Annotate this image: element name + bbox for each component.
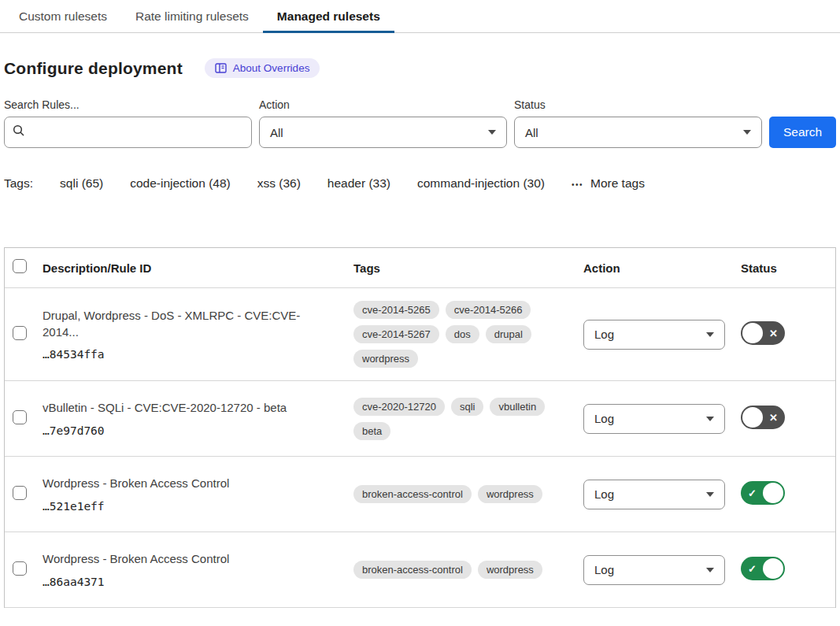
tag-pill: broken-access-control — [353, 561, 472, 579]
tags-bar: Tags: sqli (65)code-injection (48)xss (3… — [4, 176, 836, 191]
table-body: Drupal, Wordpress - DoS - XMLRPC - CVE:C… — [5, 288, 835, 608]
table-row: Drupal, Wordpress - DoS - XMLRPC - CVE:C… — [5, 288, 835, 381]
book-icon — [215, 63, 227, 73]
column-description: Description/Rule ID — [43, 261, 353, 275]
about-overrides-badge[interactable]: About Overrides — [205, 58, 320, 78]
managed-rulesets-page: Custom rulesets Rate limiting rulesets M… — [0, 0, 840, 608]
row-description: Wordpress - Broken Access Control — [43, 551, 335, 567]
ellipsis-icon: ••• — [572, 180, 583, 189]
tag-pill: broken-access-control — [353, 485, 472, 503]
table-row: Wordpress - Broken Access Control …521e1… — [5, 457, 835, 532]
row-checkbox[interactable] — [13, 561, 27, 576]
toggle-knob — [742, 323, 763, 343]
row-checkbox[interactable] — [13, 410, 27, 424]
tag-pill: cve-2014-5265 — [353, 301, 439, 319]
filters-row: Search Rules... Action All — [4, 98, 836, 148]
heading-row: Configure deployment About Overrides — [4, 58, 836, 78]
row-checkbox[interactable] — [13, 326, 27, 340]
tags-bar-label: Tags: — [4, 176, 33, 191]
tag-pill: dos — [446, 325, 479, 343]
row-tags: cve-2014-5265cve-2014-5266cve-2014-5267d… — [353, 301, 583, 368]
page-title: Configure deployment — [4, 59, 183, 78]
column-tags: Tags — [353, 261, 583, 275]
tag-filter-link[interactable]: code-injection (48) — [130, 176, 231, 191]
tag-pill: wordpress — [478, 485, 542, 503]
row-description: Drupal, Wordpress - DoS - XMLRPC - CVE:C… — [43, 308, 335, 340]
tags-bar-list: sqli (65)code-injection (48)xss (36)head… — [60, 176, 545, 191]
toggle-state-icon: ✕ — [769, 411, 778, 423]
toggle-state-icon: ✓ — [748, 562, 757, 574]
search-rules-label: Search Rules... — [4, 98, 252, 111]
row-rule-id: …7e97d760 — [43, 424, 335, 437]
tab-bar: Custom rulesets Rate limiting rulesets M… — [0, 0, 840, 33]
tag-pill: vbulletin — [490, 398, 545, 416]
search-button[interactable]: Search — [769, 117, 836, 148]
more-tags-label: More tags — [590, 176, 645, 191]
status-filter-select[interactable]: All — [514, 117, 762, 148]
row-tags: broken-access-controlwordpress — [353, 485, 583, 503]
tag-filter-link[interactable]: command-injection (30) — [417, 176, 545, 191]
chevron-down-icon — [706, 568, 714, 572]
select-all-checkbox[interactable] — [13, 259, 27, 273]
tab-custom-rulesets[interactable]: Custom rulesets — [5, 0, 121, 32]
row-action-select[interactable]: Log — [583, 320, 725, 350]
toggle-knob — [763, 558, 783, 579]
row-action-value: Log — [594, 563, 614, 576]
tag-pill: cve-2020-12720 — [353, 398, 445, 416]
row-checkbox[interactable] — [13, 486, 27, 500]
toggle-knob — [763, 483, 783, 503]
row-action-select[interactable]: Log — [583, 404, 725, 434]
tab-managed-rulesets[interactable]: Managed rulesets — [263, 0, 394, 32]
action-filter-select[interactable]: All — [259, 117, 507, 148]
status-filter-label: Status — [514, 98, 762, 111]
row-action-value: Log — [594, 328, 614, 341]
toggle-knob — [742, 407, 763, 428]
tag-pill: cve-2014-5266 — [446, 301, 531, 319]
row-status-toggle[interactable]: ✕ — [741, 321, 785, 345]
tag-filter-link[interactable]: header (33) — [327, 176, 390, 191]
search-icon — [13, 124, 25, 140]
action-filter-value: All — [270, 126, 283, 139]
action-filter-label: Action — [259, 98, 507, 111]
toggle-state-icon: ✕ — [769, 327, 778, 339]
table-row: vBulletin - SQLi - CVE:CVE-2020-12720 - … — [5, 381, 835, 457]
row-tags: broken-access-controlwordpress — [353, 561, 583, 579]
chevron-down-icon — [743, 130, 751, 135]
chevron-down-icon — [488, 130, 496, 135]
row-status-toggle[interactable]: ✕ — [741, 406, 785, 429]
row-action-select[interactable]: Log — [583, 480, 725, 509]
status-filter-value: All — [525, 126, 538, 139]
row-rule-id: …86aa4371 — [43, 576, 335, 588]
tag-pill: wordpress — [353, 350, 418, 368]
table-header: Description/Rule ID Tags Action Status — [5, 248, 835, 288]
rules-table: Description/Rule ID Tags Action Status D… — [4, 247, 836, 608]
row-status-toggle[interactable]: ✓ — [741, 557, 785, 580]
column-status: Status — [741, 261, 835, 275]
row-action-value: Log — [594, 412, 614, 425]
search-rules-input[interactable] — [31, 126, 243, 139]
toggle-state-icon: ✓ — [748, 487, 757, 498]
chevron-down-icon — [706, 417, 714, 421]
tag-pill: beta — [353, 422, 390, 440]
tag-pill: cve-2014-5267 — [353, 325, 439, 343]
tag-filter-link[interactable]: sqli (65) — [60, 176, 103, 191]
column-action: Action — [583, 261, 741, 275]
chevron-down-icon — [706, 332, 714, 337]
row-description: Wordpress - Broken Access Control — [43, 476, 335, 491]
search-box — [4, 117, 252, 148]
table-row: Wordpress - Broken Access Control …86aa4… — [5, 532, 835, 608]
row-description: vBulletin - SQLi - CVE:CVE-2020-12720 - … — [43, 400, 335, 416]
tag-pill: drupal — [486, 325, 531, 343]
row-status-toggle[interactable]: ✓ — [741, 481, 785, 505]
row-rule-id: …84534ffa — [43, 348, 335, 361]
row-action-select[interactable]: Log — [583, 555, 725, 585]
tag-pill: sqli — [451, 398, 484, 416]
tab-rate-limiting-rulesets[interactable]: Rate limiting rulesets — [121, 0, 263, 32]
tag-pill: wordpress — [478, 561, 542, 579]
more-tags-button[interactable]: ••• More tags — [572, 176, 645, 191]
row-tags: cve-2020-12720sqlivbulletinbeta — [353, 398, 583, 440]
about-overrides-label: About Overrides — [233, 62, 310, 74]
row-action-value: Log — [594, 487, 614, 501]
chevron-down-icon — [706, 492, 714, 497]
tag-filter-link[interactable]: xss (36) — [257, 176, 301, 191]
